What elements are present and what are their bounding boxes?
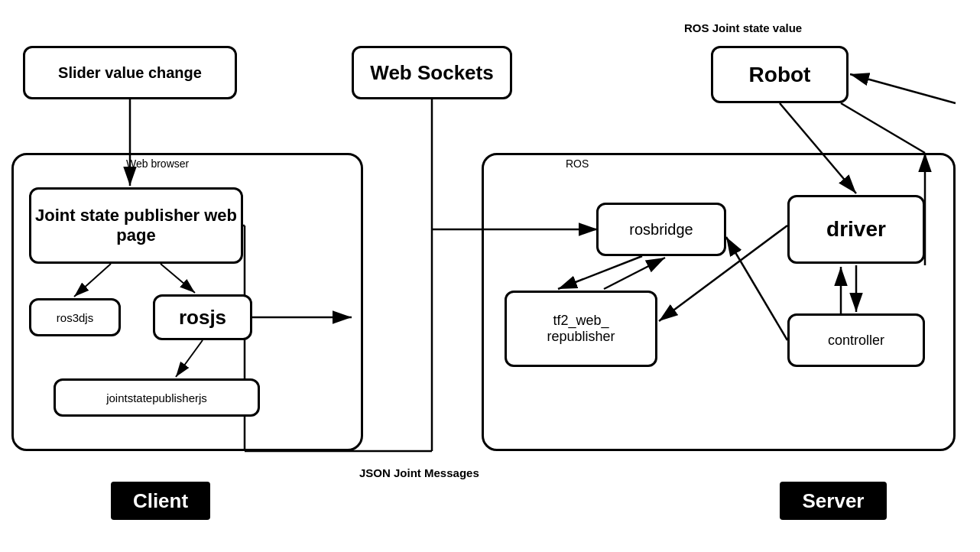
ros-label: ROS	[566, 157, 589, 170]
rosjs-box: rosjs	[153, 294, 252, 340]
rosjs-label: rosjs	[179, 306, 226, 330]
slider-label: Slider value change	[58, 64, 202, 82]
slider-value-change-box: Slider value change	[23, 46, 237, 99]
tf2-label: tf2_web_ republisher	[547, 313, 615, 345]
ros-joint-state-annotation: ROS Joint state value	[684, 21, 802, 34]
jspjs-label: jointstatepublisherjs	[106, 391, 207, 404]
svg-line-19	[841, 103, 925, 153]
robot-label: Robot	[749, 63, 811, 87]
diagram-container: Slider value change Web Sockets Robot We…	[0, 0, 980, 552]
tf2-box: tf2_web_ republisher	[505, 291, 657, 367]
joint-state-publisher-webpage-box: Joint state publisher web page	[29, 187, 243, 264]
json-joint-annotation: JSON Joint Messages	[359, 466, 479, 479]
webbrowser-label: Web browser	[126, 157, 189, 170]
websockets-box: Web Sockets	[352, 46, 512, 99]
websockets-label: Web Sockets	[370, 61, 493, 85]
ros3djs-label: ros3djs	[57, 311, 93, 324]
controller-box: controller	[787, 313, 925, 367]
rosbridge-label: rosbridge	[629, 221, 693, 239]
driver-box: driver	[787, 195, 925, 264]
server-label: Server	[803, 489, 865, 513]
controller-label: controller	[828, 333, 884, 349]
jspwp-label: Joint state publisher web page	[31, 206, 241, 245]
jointstatepublisherjs-box: jointstatepublisherjs	[54, 378, 260, 417]
server-label-box: Server	[780, 482, 887, 520]
robot-box: Robot	[711, 46, 849, 103]
rosbridge-box: rosbridge	[596, 203, 726, 256]
ros3djs-box: ros3djs	[29, 298, 121, 336]
svg-line-21	[850, 74, 956, 103]
client-label-box: Client	[111, 482, 210, 520]
client-label: Client	[133, 489, 188, 513]
driver-label: driver	[826, 217, 886, 242]
